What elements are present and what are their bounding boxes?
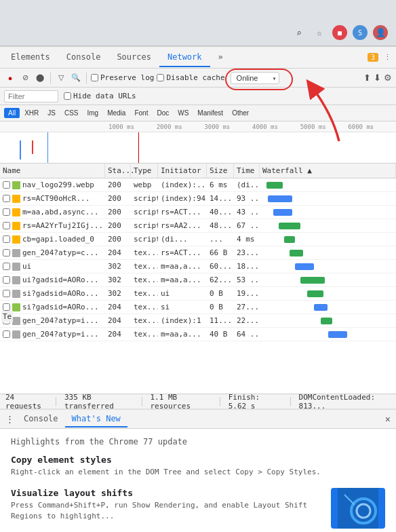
tab-whats-new[interactable]: What's New [65,411,127,428]
row-icon [12,317,20,325]
online-dropdown[interactable]: Online Offline Slow 3G Fast 3G [231,72,279,84]
filter-input[interactable] [4,90,58,102]
preserve-log-checkbox[interactable] [91,74,98,81]
th-time[interactable]: Time [234,164,260,178]
tab-console-bottom[interactable]: Console [17,411,65,428]
clear-button[interactable]: ⬤ [34,72,46,84]
row-icon [12,195,20,203]
filter-manifest[interactable]: Manifest [193,108,227,118]
td-waterfall [260,246,396,259]
table-row[interactable]: m=aa,abd,async... 200 script rs=ACT... 4… [0,206,396,219]
warning-badge: 3 [368,53,378,62]
console-drag-handle[interactable]: ⋮ [5,414,14,424]
filter-other[interactable]: Other [228,108,253,118]
table-row[interactable]: rs=ACT90oHcR... 200 script (index):94 14… [0,192,396,206]
filter-img[interactable]: Img [83,108,102,118]
td-name: m=aa,abd,async... [0,206,105,218]
online-dropdown-wrapper: Online Offline Slow 3G Fast 3G [231,72,279,84]
feature-thumbnail [331,488,385,529]
devtools-menu-btn[interactable]: ⋮ [381,52,393,64]
upload-button[interactable]: ⬆ [363,73,371,83]
filter-all[interactable]: All [4,108,20,118]
table-row[interactable]: ui 302 tex... m=aa,a... 60... 18... [0,260,396,273]
blue-icon[interactable]: S [353,25,368,40]
table-row[interactable]: si?gadsid=AORo... 302 tex... ui 0 B 19..… [0,287,396,301]
record-button[interactable]: ● [4,72,16,84]
search-icon[interactable]: ⌕ [292,25,306,40]
td-type: tex... [131,314,158,327]
table-row[interactable]: cb=gapi.loaded_0 200 script (di... ... 4… [0,233,396,246]
filter-media[interactable]: Media [103,108,130,118]
td-initiator: rs=ACT... [158,246,207,259]
status-sep-3 [220,397,220,406]
td-size: 14... [207,192,234,205]
star-icon[interactable]: ☆ [312,25,327,40]
td-initiator: rs=AA2... [158,219,207,232]
table-row[interactable]: nav_logo299.webp 200 webp (index):... 6 … [0,178,396,192]
table-row[interactable]: si?gadsid=AORo... 204 tex... si 0 B 27..… [0,301,396,314]
row-icon [12,303,20,311]
tick-4: 4000 ms [252,124,300,130]
row-checkbox[interactable] [3,303,10,311]
download-button[interactable]: ⬇ [374,73,381,83]
td-type: tex... [131,287,158,300]
row-checkbox[interactable] [3,290,10,297]
td-status: 204 [105,246,131,259]
console-tabs-bar: ⋮ Console What's New × [0,410,396,429]
td-waterfall [260,219,396,232]
row-checkbox[interactable] [3,263,10,270]
th-initiator[interactable]: Initiator [158,164,207,178]
tab-console[interactable]: Console [58,48,109,67]
filter-doc[interactable]: Doc [153,108,173,118]
network-table[interactable]: Name Sta... Type Initiator Size Time Wat… [0,164,396,394]
th-name[interactable]: Name [0,164,105,178]
th-status[interactable]: Sta... [105,164,131,178]
filter-toggle-button[interactable]: ▽ [55,72,67,84]
th-waterfall[interactable]: Waterfall ▲ [260,164,396,178]
row-checkbox[interactable] [3,208,10,216]
filter-js[interactable]: JS [43,108,60,118]
feature-title: Copy element styles [11,455,385,465]
th-size[interactable]: Size [207,164,234,178]
th-type[interactable]: Type [131,164,158,178]
row-checkbox[interactable] [3,235,10,243]
table-row[interactable]: gen_204?atyp=c... 204 tex... rs=ACT... 6… [0,246,396,260]
tab-network[interactable]: Network [159,48,210,67]
tick-2: 2000 ms [157,124,205,130]
table-row[interactable]: rs=AA2YrTuj2IGj... 200 script rs=AA2... … [0,219,396,233]
row-checkbox[interactable] [3,276,10,284]
td-status: 204 [105,301,131,314]
avatar[interactable]: 👤 [373,25,388,40]
filter-font[interactable]: Font [130,108,152,118]
td-type: tex... [131,273,158,286]
tab-sources[interactable]: Sources [108,48,159,67]
row-checkbox[interactable] [3,195,10,202]
tab-elements[interactable]: Elements [3,48,58,67]
red-icon[interactable]: ■ [332,25,347,40]
separator-2 [86,73,87,83]
table-row[interactable]: ui?gadsid=AORo... 302 tex... m=aa,a... 6… [0,273,396,287]
search-button[interactable]: 🔍 [70,72,82,84]
disable-cache-checkbox[interactable] [157,74,164,81]
td-waterfall [260,328,396,341]
stop-button[interactable]: ⊘ [19,72,31,84]
filter-ws[interactable]: WS [174,108,193,118]
console-close-button[interactable]: × [385,414,391,425]
table-header: Name Sta... Type Initiator Size Time Wat… [0,164,396,178]
filter-css[interactable]: CSS [60,108,83,118]
tl-bar-2 [32,140,33,154]
gear-button[interactable]: ⚙ [384,73,392,83]
hide-data-urls-checkbox[interactable] [64,92,71,100]
table-row[interactable]: gen_204?atyp=i... 204 tex... m=aa,a... 4… [0,328,396,341]
row-checkbox[interactable] [3,330,10,338]
table-row[interactable]: gen_204?atyp=i... 204 tex... (index):1 1… [0,314,396,328]
row-checkbox[interactable] [3,222,10,229]
row-checkbox[interactable] [3,249,10,256]
row-icon [12,330,20,339]
filter-xhr[interactable]: XHR [20,108,43,118]
td-initiator: rs=ACT... [158,206,207,218]
td-status: 200 [105,206,131,218]
tab-more[interactable]: » [210,48,231,67]
row-icon [12,290,20,298]
row-checkbox[interactable] [3,181,10,189]
